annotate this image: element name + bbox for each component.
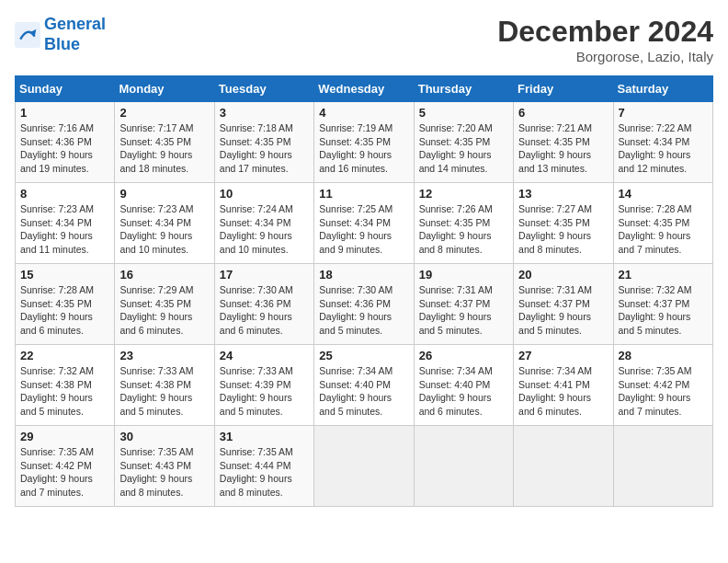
- calendar-day-cell: [414, 426, 513, 507]
- logo-line1: General: [44, 15, 106, 33]
- day-info: Sunrise: 7:33 AMSunset: 4:38 PMDaylight:…: [119, 364, 209, 419]
- day-info: Sunrise: 7:31 AMSunset: 4:37 PMDaylight:…: [419, 283, 508, 338]
- calendar-day-cell: 30Sunrise: 7:35 AMSunset: 4:43 PMDayligh…: [115, 426, 214, 507]
- calendar-day-cell: 19Sunrise: 7:31 AMSunset: 4:37 PMDayligh…: [414, 264, 513, 345]
- day-of-week-header: Monday: [115, 76, 214, 102]
- day-info: Sunrise: 7:34 AMSunset: 4:41 PMDaylight:…: [518, 364, 608, 419]
- calendar-day-cell: 27Sunrise: 7:34 AMSunset: 4:41 PMDayligh…: [514, 345, 613, 426]
- day-info: Sunrise: 7:27 AMSunset: 4:35 PMDaylight:…: [518, 202, 608, 257]
- calendar-day-cell: 13Sunrise: 7:27 AMSunset: 4:35 PMDayligh…: [514, 183, 613, 264]
- day-number: 28: [619, 349, 708, 362]
- day-number: 29: [20, 430, 109, 443]
- day-number: 24: [220, 349, 309, 362]
- calendar-day-cell: [314, 426, 414, 507]
- day-number: 8: [20, 187, 109, 201]
- calendar-day-cell: 26Sunrise: 7:34 AMSunset: 4:40 PMDayligh…: [414, 345, 513, 426]
- day-info: Sunrise: 7:22 AMSunset: 4:34 PMDaylight:…: [619, 121, 708, 176]
- day-of-week-header: Thursday: [414, 76, 513, 102]
- day-info: Sunrise: 7:21 AMSunset: 4:35 PMDaylight:…: [518, 121, 608, 176]
- calendar-day-cell: 20Sunrise: 7:31 AMSunset: 4:37 PMDayligh…: [514, 264, 613, 345]
- logo-icon: [15, 22, 40, 48]
- calendar-day-cell: 4Sunrise: 7:19 AMSunset: 4:35 PMDaylight…: [314, 102, 414, 183]
- calendar-day-cell: 11Sunrise: 7:25 AMSunset: 4:34 PMDayligh…: [314, 183, 414, 264]
- day-number: 17: [220, 268, 309, 282]
- day-info: Sunrise: 7:19 AMSunset: 4:35 PMDaylight:…: [319, 121, 408, 176]
- day-info: Sunrise: 7:34 AMSunset: 4:40 PMDaylight:…: [319, 364, 408, 419]
- day-of-week-header: Saturday: [613, 76, 712, 102]
- calendar-day-cell: 14Sunrise: 7:28 AMSunset: 4:35 PMDayligh…: [613, 183, 712, 264]
- day-info: Sunrise: 7:30 AMSunset: 4:36 PMDaylight:…: [220, 283, 309, 338]
- day-info: Sunrise: 7:35 AMSunset: 4:42 PMDaylight:…: [619, 364, 708, 419]
- calendar-week-row: 22Sunrise: 7:32 AMSunset: 4:38 PMDayligh…: [16, 345, 713, 426]
- title-block: December 2024 Borgorose, Lazio, Italy: [497, 15, 713, 64]
- day-number: 21: [619, 268, 708, 282]
- calendar-day-cell: 17Sunrise: 7:30 AMSunset: 4:36 PMDayligh…: [214, 264, 313, 345]
- day-number: 26: [419, 349, 508, 362]
- calendar-day-cell: 21Sunrise: 7:32 AMSunset: 4:37 PMDayligh…: [613, 264, 712, 345]
- calendar-day-cell: 29Sunrise: 7:35 AMSunset: 4:42 PMDayligh…: [16, 426, 115, 507]
- day-info: Sunrise: 7:24 AMSunset: 4:34 PMDaylight:…: [220, 202, 309, 257]
- day-info: Sunrise: 7:33 AMSunset: 4:39 PMDaylight:…: [220, 364, 309, 419]
- day-number: 4: [319, 106, 408, 120]
- day-of-week-header: Tuesday: [214, 76, 313, 102]
- logo-text: General Blue: [44, 15, 106, 54]
- calendar-day-cell: 1Sunrise: 7:16 AMSunset: 4:36 PMDaylight…: [16, 102, 115, 183]
- calendar-week-row: 8Sunrise: 7:23 AMSunset: 4:34 PMDaylight…: [16, 183, 713, 264]
- calendar-day-cell: 6Sunrise: 7:21 AMSunset: 4:35 PMDaylight…: [514, 102, 613, 183]
- calendar-header-row: SundayMondayTuesdayWednesdayThursdayFrid…: [16, 76, 713, 102]
- day-info: Sunrise: 7:23 AMSunset: 4:34 PMDaylight:…: [119, 202, 209, 257]
- location: Borgorose, Lazio, Italy: [497, 49, 713, 64]
- day-number: 27: [518, 349, 608, 362]
- calendar-body: 1Sunrise: 7:16 AMSunset: 4:36 PMDaylight…: [16, 102, 713, 507]
- day-of-week-header: Friday: [514, 76, 613, 102]
- day-number: 1: [20, 106, 109, 120]
- day-number: 6: [518, 106, 608, 120]
- day-number: 3: [220, 106, 309, 120]
- day-number: 18: [319, 268, 408, 282]
- day-info: Sunrise: 7:35 AMSunset: 4:44 PMDaylight:…: [220, 445, 309, 500]
- day-info: Sunrise: 7:28 AMSunset: 4:35 PMDaylight:…: [20, 283, 109, 338]
- day-number: 19: [419, 268, 508, 282]
- day-info: Sunrise: 7:32 AMSunset: 4:37 PMDaylight:…: [619, 283, 708, 338]
- calendar-day-cell: 16Sunrise: 7:29 AMSunset: 4:35 PMDayligh…: [115, 264, 214, 345]
- day-info: Sunrise: 7:30 AMSunset: 4:36 PMDaylight:…: [319, 283, 408, 338]
- day-info: Sunrise: 7:31 AMSunset: 4:37 PMDaylight:…: [518, 283, 608, 338]
- calendar-day-cell: 18Sunrise: 7:30 AMSunset: 4:36 PMDayligh…: [314, 264, 414, 345]
- month-year: December 2024: [497, 15, 713, 49]
- day-info: Sunrise: 7:16 AMSunset: 4:36 PMDaylight:…: [20, 121, 109, 176]
- day-number: 2: [119, 106, 209, 120]
- day-of-week-header: Sunday: [16, 76, 115, 102]
- day-number: 31: [220, 430, 309, 443]
- day-info: Sunrise: 7:29 AMSunset: 4:35 PMDaylight:…: [119, 283, 209, 338]
- page-header: General Blue December 2024 Borgorose, La…: [15, 15, 713, 64]
- svg-rect-0: [15, 22, 40, 48]
- calendar-day-cell: 24Sunrise: 7:33 AMSunset: 4:39 PMDayligh…: [214, 345, 313, 426]
- day-info: Sunrise: 7:26 AMSunset: 4:35 PMDaylight:…: [419, 202, 508, 257]
- day-info: Sunrise: 7:20 AMSunset: 4:35 PMDaylight:…: [419, 121, 508, 176]
- calendar-day-cell: 25Sunrise: 7:34 AMSunset: 4:40 PMDayligh…: [314, 345, 414, 426]
- day-info: Sunrise: 7:17 AMSunset: 4:35 PMDaylight:…: [119, 121, 209, 176]
- day-number: 7: [619, 106, 708, 120]
- calendar-day-cell: 23Sunrise: 7:33 AMSunset: 4:38 PMDayligh…: [115, 345, 214, 426]
- calendar-day-cell: 12Sunrise: 7:26 AMSunset: 4:35 PMDayligh…: [414, 183, 513, 264]
- calendar-day-cell: 5Sunrise: 7:20 AMSunset: 4:35 PMDaylight…: [414, 102, 513, 183]
- day-info: Sunrise: 7:34 AMSunset: 4:40 PMDaylight:…: [419, 364, 508, 419]
- calendar-day-cell: [514, 426, 613, 507]
- day-number: 14: [619, 187, 708, 201]
- day-number: 13: [518, 187, 608, 201]
- calendar-day-cell: 28Sunrise: 7:35 AMSunset: 4:42 PMDayligh…: [613, 345, 712, 426]
- day-number: 22: [20, 349, 109, 362]
- day-info: Sunrise: 7:25 AMSunset: 4:34 PMDaylight:…: [319, 202, 408, 257]
- day-number: 11: [319, 187, 408, 201]
- calendar-week-row: 1Sunrise: 7:16 AMSunset: 4:36 PMDaylight…: [16, 102, 713, 183]
- day-number: 12: [419, 187, 508, 201]
- calendar-week-row: 15Sunrise: 7:28 AMSunset: 4:35 PMDayligh…: [16, 264, 713, 345]
- calendar-day-cell: 22Sunrise: 7:32 AMSunset: 4:38 PMDayligh…: [16, 345, 115, 426]
- day-info: Sunrise: 7:23 AMSunset: 4:34 PMDaylight:…: [20, 202, 109, 257]
- calendar-day-cell: 9Sunrise: 7:23 AMSunset: 4:34 PMDaylight…: [115, 183, 214, 264]
- calendar-day-cell: 10Sunrise: 7:24 AMSunset: 4:34 PMDayligh…: [214, 183, 313, 264]
- calendar-table: SundayMondayTuesdayWednesdayThursdayFrid…: [15, 75, 713, 507]
- day-number: 16: [119, 268, 209, 282]
- day-of-week-header: Wednesday: [314, 76, 414, 102]
- calendar-day-cell: 3Sunrise: 7:18 AMSunset: 4:35 PMDaylight…: [214, 102, 313, 183]
